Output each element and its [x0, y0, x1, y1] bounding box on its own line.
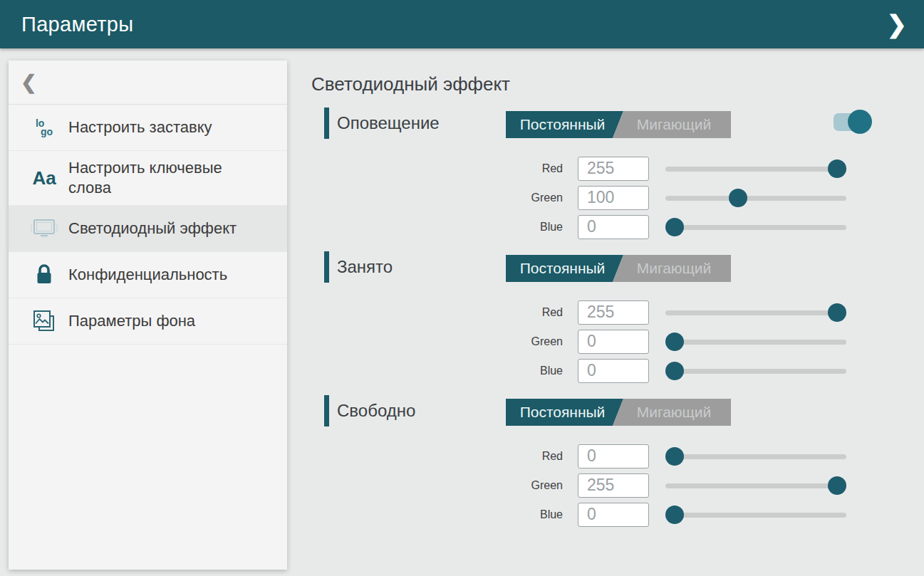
- led-effect-panel: Светодиодный эффект Оповещение Постоянны…: [288, 48, 924, 576]
- logo-icon: logo: [36, 119, 53, 136]
- mode-blinking-button[interactable]: Мигающий: [613, 399, 731, 426]
- sidebar-item-label: Параметры фона: [68, 304, 195, 338]
- slider-thumb[interactable]: [828, 476, 846, 495]
- background-images-icon: [31, 308, 57, 334]
- rgb-row: Blue: [502, 212, 924, 241]
- mode-solid-button[interactable]: Постоянный: [506, 255, 623, 282]
- channel-label: Red: [502, 306, 563, 319]
- sidebar-item-keywords[interactable]: Aa Настроить ключевые слова: [9, 151, 287, 206]
- blue-value-input[interactable]: [578, 359, 649, 383]
- collapse-panel-icon[interactable]: ❯: [880, 0, 915, 48]
- red-value-input[interactable]: [578, 157, 649, 181]
- channel-label: Red: [502, 450, 563, 463]
- section-accent-bar: [324, 108, 329, 139]
- blue-slider[interactable]: [665, 505, 846, 525]
- led-section: Занято Постоянный Мигающий Red Green: [311, 251, 924, 385]
- red-slider[interactable]: [665, 303, 846, 323]
- slider-thumb[interactable]: [828, 159, 846, 178]
- green-value-input[interactable]: [578, 330, 649, 354]
- section-accent-bar: [324, 251, 329, 283]
- slider-track[interactable]: [665, 369, 846, 374]
- slider-track[interactable]: [665, 167, 846, 172]
- sidebar-item-label: Настроить ключевые слова: [68, 151, 267, 205]
- slider-track[interactable]: [665, 310, 846, 315]
- led-monitor-icon: [29, 218, 59, 239]
- mode-solid-label: Постоянный: [520, 116, 606, 133]
- sidebar-item-privacy[interactable]: Конфиденциальность: [9, 252, 287, 298]
- sidebar-item-led-effect[interactable]: Светодиодный эффект: [9, 206, 287, 252]
- sidebar-item-label: Светодиодный эффект: [68, 211, 237, 246]
- slider-track[interactable]: [665, 483, 846, 488]
- mode-blinking-label: Мигающий: [637, 404, 712, 421]
- mode-solid-label: Постоянный: [520, 404, 606, 421]
- toggle-knob: [848, 110, 872, 134]
- red-value-input[interactable]: [578, 444, 649, 468]
- panel-title: Светодиодный эффект: [311, 73, 924, 95]
- sidebar-back-button[interactable]: ❮: [9, 61, 287, 105]
- green-value-input[interactable]: [578, 473, 649, 498]
- rgb-row: Green: [502, 327, 924, 356]
- led-section: Свободно Постоянный Мигающий Red Green: [311, 395, 924, 529]
- green-slider[interactable]: [665, 332, 846, 352]
- channel-label: Green: [502, 479, 563, 492]
- blue-value-input[interactable]: [578, 503, 649, 527]
- rgb-row: Red: [502, 154, 924, 183]
- keywords-aa-icon: Aa: [32, 167, 56, 189]
- channel-label: Green: [502, 335, 563, 348]
- sidebar-item-label: Настроить заставку: [68, 110, 212, 145]
- channel-label: Blue: [502, 365, 563, 377]
- rgb-row: Green: [502, 471, 924, 500]
- mode-segmented-control: Постоянный Мигающий: [506, 255, 731, 282]
- rgb-row: Red: [502, 298, 924, 327]
- chevron-left-icon: ❮: [21, 71, 37, 94]
- sidebar-nav: logo Настроить заставку Aa Настроить клю…: [9, 105, 287, 345]
- mode-solid-button[interactable]: Постоянный: [506, 399, 623, 426]
- mode-blinking-button[interactable]: Мигающий: [613, 255, 731, 282]
- slider-thumb[interactable]: [665, 362, 684, 380]
- slider-track[interactable]: [665, 513, 846, 518]
- slider-track[interactable]: [665, 340, 846, 345]
- mode-segmented-control: Постоянный Мигающий: [506, 399, 731, 426]
- section-title: Свободно: [337, 395, 415, 426]
- section-title: Занято: [337, 251, 393, 283]
- slider-track[interactable]: [665, 196, 846, 201]
- page-title: Параметры: [21, 13, 133, 36]
- slider-track[interactable]: [665, 225, 846, 230]
- slider-thumb[interactable]: [729, 189, 747, 207]
- lock-icon: [33, 263, 55, 287]
- enable-toggle[interactable]: [834, 110, 872, 134]
- mode-blinking-label: Мигающий: [637, 260, 712, 277]
- slider-thumb[interactable]: [665, 218, 684, 236]
- mode-solid-button[interactable]: Постоянный: [506, 111, 623, 138]
- channel-label: Green: [502, 192, 563, 204]
- green-slider[interactable]: [665, 476, 846, 496]
- rgb-row: Red: [502, 441, 924, 471]
- sidebar-item-background[interactable]: Параметры фона: [9, 298, 287, 345]
- channel-label: Blue: [502, 508, 563, 521]
- mode-segmented-control: Постоянный Мигающий: [506, 111, 731, 138]
- red-slider[interactable]: [665, 159, 846, 179]
- red-value-input[interactable]: [578, 300, 649, 325]
- blue-slider[interactable]: [665, 361, 846, 381]
- sidebar-item-screensaver[interactable]: logo Настроить заставку: [9, 105, 287, 151]
- section-accent-bar: [324, 395, 329, 426]
- slider-thumb[interactable]: [828, 303, 846, 322]
- slider-thumb[interactable]: [665, 447, 684, 466]
- blue-value-input[interactable]: [578, 215, 649, 239]
- slider-track[interactable]: [665, 454, 846, 459]
- rgb-row: Blue: [502, 500, 924, 529]
- slider-thumb[interactable]: [665, 332, 684, 351]
- rgb-row: Blue: [502, 356, 924, 385]
- section-title: Оповещение: [337, 108, 440, 139]
- blue-slider[interactable]: [665, 217, 846, 237]
- green-value-input[interactable]: [578, 186, 649, 210]
- channel-label: Blue: [502, 221, 563, 234]
- green-slider[interactable]: [665, 188, 846, 208]
- mode-blinking-label: Мигающий: [637, 116, 712, 133]
- mode-solid-label: Постоянный: [520, 260, 606, 277]
- mode-blinking-button[interactable]: Мигающий: [613, 111, 731, 138]
- slider-thumb[interactable]: [665, 506, 684, 524]
- red-slider[interactable]: [665, 446, 846, 466]
- app-header: Параметры ❯: [0, 0, 924, 48]
- led-section: Оповещение Постоянный Мигающий Red Green: [311, 108, 924, 241]
